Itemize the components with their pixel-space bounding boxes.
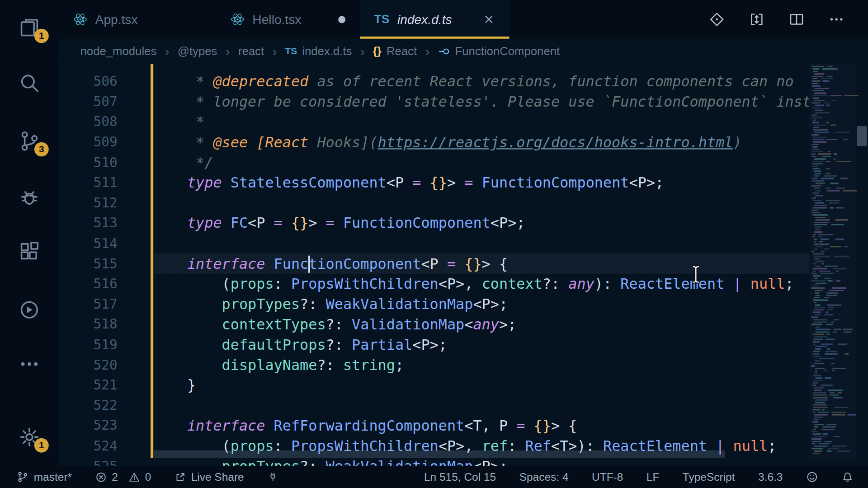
minimap-line [812, 214, 827, 216]
notifications-bell-icon[interactable] [841, 471, 854, 483]
feedback-smiley-icon[interactable] [806, 471, 818, 483]
minimap-line [830, 124, 836, 126]
code-line[interactable]: 517 propTypes?: WeakValidationMap<P>; [59, 294, 809, 314]
minimap-line [824, 175, 837, 177]
minimap-line [813, 166, 818, 167]
minimap-line [829, 202, 839, 203]
minimap-line [814, 205, 827, 206]
eol-setting[interactable]: LF [646, 470, 660, 483]
indentation-setting[interactable]: Spaces: 4 [519, 470, 569, 483]
tab-hello-tsx[interactable]: Hello.tsx [216, 0, 360, 39]
activity-item-more[interactable] [0, 343, 59, 385]
encoding-setting[interactable]: UTF-8 [592, 470, 623, 483]
code-text: * longer be considered 'stateless'. Plea… [118, 94, 810, 110]
minimap-line [814, 131, 829, 133]
activity-item-explorer[interactable]: 1 [0, 7, 59, 49]
minimap-line [815, 88, 830, 89]
compare-changes-icon[interactable] [749, 11, 765, 28]
tab-close-icon[interactable] [483, 13, 495, 25]
minimap-line [815, 305, 821, 306]
line-number: 509 [59, 135, 118, 150]
more-actions-icon[interactable] [828, 11, 845, 28]
minimap-line [811, 448, 823, 450]
breadcrumb-function-component[interactable]: FunctionComponent [438, 45, 560, 58]
minimap[interactable] [809, 64, 856, 460]
vertical-scrollbar[interactable] [856, 64, 868, 460]
minimap-line [832, 287, 846, 289]
minimap-line [813, 234, 816, 235]
code-text: propTypes?: WeakValidationMap<P>; [118, 458, 508, 466]
live-share-button[interactable]: Live Share [175, 470, 244, 483]
language-mode[interactable]: TypeScript [683, 470, 735, 483]
code-line[interactable]: 507 * longer be considered 'stateless'. … [59, 92, 809, 112]
activity-item-extensions[interactable] [0, 231, 59, 273]
code-line[interactable]: 506 * @deprecated as of recent React ver… [59, 71, 809, 92]
cursor-position[interactable]: Ln 515, Col 15 [424, 470, 496, 483]
code-line[interactable]: 510 */ [59, 152, 809, 173]
minimap-line [831, 100, 837, 101]
breadcrumb-react-namespace[interactable]: {} React [373, 45, 417, 58]
tab-index-d-ts[interactable]: TS index.d.ts [360, 0, 509, 39]
minimap-line [811, 365, 815, 366]
minimap-line [819, 241, 823, 243]
code-line[interactable]: 519 defaultProps?: Partial<P>; [59, 334, 809, 355]
split-editor-icon[interactable] [788, 11, 805, 28]
activity-item-debug[interactable] [0, 175, 59, 217]
minimap-line [815, 239, 817, 240]
minimap-line [813, 394, 827, 396]
code-line[interactable]: 523interface RefForwardingComponent<T, P… [59, 416, 809, 436]
breadcrumb-types[interactable]: @types [178, 45, 217, 58]
code-editor[interactable]: 506 * @deprecated as of recent React ver… [59, 64, 868, 466]
minimap-line [826, 122, 830, 123]
branch-indicator[interactable]: master* [17, 470, 72, 483]
problems-indicator[interactable]: 2 0 [95, 470, 151, 483]
code-line[interactable]: 518 contextTypes?: ValidationMap<any>; [59, 314, 809, 335]
minimap-line [812, 149, 819, 150]
activity-item-search[interactable] [0, 62, 59, 104]
minimap-line [812, 107, 820, 108]
minimap-line [812, 95, 828, 96]
minimap-line [828, 309, 833, 310]
open-changes-icon[interactable] [708, 11, 725, 28]
minimap-line [827, 424, 837, 425]
code-line[interactable]: 513type FC<P = {}> = FunctionComponent<P… [59, 213, 809, 234]
minimap-line [812, 441, 821, 442]
minimap-line [826, 105, 830, 106]
minimap-line [825, 249, 830, 250]
minimap-line [815, 105, 824, 106]
minimap-line [811, 134, 819, 136]
activity-item-settings[interactable]: 1 [0, 416, 59, 458]
typescript-version[interactable]: 3.6.3 [758, 470, 783, 483]
activity-item-source-control[interactable]: 3 [0, 120, 59, 162]
code-text: interface FunctionComponent<P = {}> { [118, 255, 508, 272]
minimap-line [836, 207, 843, 208]
horizontal-scrollbar-thumb[interactable] [154, 450, 725, 458]
code-line[interactable]: 509 * @see [React Hooks](https://reactjs… [59, 132, 809, 152]
breadcrumb-index-d-ts[interactable]: TS index.d.ts [285, 45, 352, 58]
code-line[interactable]: 514 [59, 233, 809, 253]
minimap-line [838, 343, 847, 345]
breadcrumb-react[interactable]: react [238, 45, 264, 58]
minimap-line [815, 110, 823, 111]
connection-plug-icon[interactable] [267, 471, 278, 482]
breadcrumb-node-modules[interactable]: node_modules [80, 45, 157, 58]
code-line[interactable]: 508 * [59, 112, 809, 132]
minimap-line [826, 312, 828, 313]
code-line[interactable]: 511type StatelessComponent<P = {}> = Fun… [59, 173, 809, 193]
code-line[interactable]: 522 [59, 395, 809, 416]
warning-count: 0 [145, 470, 151, 483]
minimap-line [814, 387, 824, 389]
vertical-scrollbar-thumb[interactable] [857, 126, 867, 146]
minimap-line [834, 319, 839, 320]
code-line[interactable]: 520 displayName?: string; [59, 355, 809, 375]
code-line[interactable]: 512 [59, 193, 809, 213]
minimap-line [814, 175, 819, 177]
minimap-line [812, 443, 816, 445]
react-icon [73, 12, 88, 27]
minimap-line [814, 419, 819, 420]
tab-app-tsx[interactable]: App.tsx [59, 0, 216, 39]
code-line[interactable]: 521} [59, 375, 809, 395]
minimap-line [815, 361, 820, 362]
minimap-line [827, 66, 832, 67]
activity-item-live-share[interactable] [0, 289, 59, 331]
